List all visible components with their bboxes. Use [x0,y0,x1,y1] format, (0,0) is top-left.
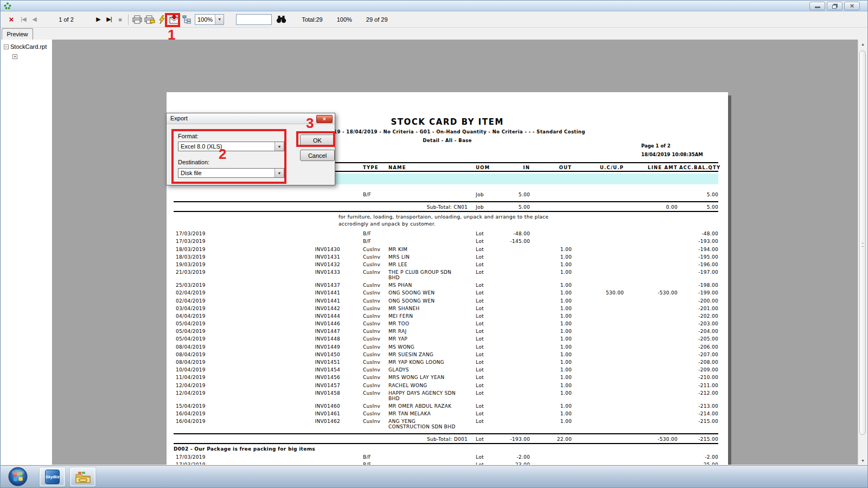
collapse-icon[interactable]: − [4,44,9,49]
cell-doc: INV01441 [309,298,340,304]
previous-page-button[interactable]: ◀ [29,13,40,26]
scrollbar-thumb[interactable] [859,50,866,435]
cell-out: 1.00 [533,383,572,388]
scroll-up-icon[interactable]: ▲ [859,40,867,48]
cell-bal: -212.00 [679,390,718,396]
table-row: 12/04/2019INV01457CusInvRACHEL WONGLot1.… [174,382,718,390]
cell-name: MR TOO [388,321,481,326]
cancel-button[interactable]: Cancel [300,150,335,161]
zoom-select[interactable]: 100% ▼ [195,14,224,25]
cell-bal: -214.00 [679,411,718,416]
table-row: 08/04/2019INV01450CusInvMR SUESIN ZANGLo… [174,351,718,359]
cell-out: 1.00 [533,329,572,334]
app-window: × × |◀ ◀ 1 of 2 ▶ ▶| ■ [0,0,868,488]
cell-name: ONG SOONG WEN [388,298,481,304]
subtotal-row: Job5.000.005.00Sub-Total: CN01 [174,201,718,212]
cell-uom: Lot [476,436,484,442]
printer-icon [132,15,142,24]
cell-date: 10/04/2019 [176,367,206,373]
cell-uom: Lot [476,390,484,396]
cell-label: Sub-Total: D001 [369,436,468,442]
cell-uom: Lot [476,375,484,380]
cell-type: CusInv [363,336,380,342]
cell-bal: -203.00 [679,321,718,326]
cell-bal: -215.00 [679,436,718,442]
col-ucup: U.C/U.P [574,165,624,170]
toolbar-separator [128,14,129,25]
cell-name: HAPPY DAYS AGENCY SDN BHD [388,390,481,401]
cell-name: THE P CLUB GROUP SDN BHD [388,269,481,280]
cell-uom: Job [476,192,484,197]
cell-doc: INV01442 [309,306,340,311]
cell-doc: INV01460 [309,403,340,409]
print-button[interactable] [131,13,143,26]
cell-out: 1.00 [533,306,572,311]
cell-name: MRS LIN [388,254,481,260]
group-tree-icon [182,15,192,24]
cell-out: 1.00 [533,352,572,357]
taskbar-skybiz-button[interactable]: SkyBiz [40,467,65,486]
first-page-button[interactable]: |◀ [18,13,29,26]
cell-out: 1.00 [533,262,572,267]
table-row: 16/04/2019INV01462CusInvANG YENG CONSTRU… [174,418,718,431]
restore-button[interactable] [827,2,843,10]
toggle-group-tree-button[interactable] [181,13,193,26]
col-name: NAME [388,165,481,170]
cell-date: 04/04/2019 [176,313,206,319]
export-dialog-title: Export [170,115,188,121]
tree-node-child[interactable]: + [12,53,52,60]
cell-type: CusInv [363,375,380,380]
stop-button[interactable]: ■ [114,13,125,26]
page-indicator: 1 of 2 [47,16,85,23]
export-dialog-close-button[interactable]: × [316,115,333,123]
cell-uom: Lot [476,411,484,416]
cell-name: MR KIM [388,247,481,252]
find-button[interactable] [275,13,288,26]
scrollbar-grip [861,243,864,247]
cell-doc: INV01433 [309,269,340,275]
cell-name: RACHEL WONG [388,383,481,388]
annotation-number-2: 2 [219,146,226,163]
print-setup-button[interactable] [143,13,156,26]
table-row: 05/04/2019INV01447CusInvMR RAJLot1.00-20… [174,328,718,336]
cell-uom: Lot [476,462,484,465]
tree-node-label: StockCard.rpt [10,43,47,50]
tree-node-stockcard[interactable]: − StockCard.rpt [4,43,52,50]
close-button[interactable]: × [844,2,860,10]
cell-type: CusInv [363,282,380,288]
chevron-down-icon[interactable]: ▼ [215,15,224,24]
report-rows: B/FJob5.005.00Job5.000.005.00Sub-Total: … [174,191,718,465]
cell-uom: Lot [476,298,484,304]
cell-date: 21/03/2019 [176,269,206,275]
cell-uom: Lot [476,269,484,275]
start-button[interactable] [8,467,28,488]
cell-uom: Lot [476,306,484,311]
taskbar-explorer-button[interactable] [70,467,95,486]
cell-doc: INV01462 [309,419,340,424]
group-description-line: accrodingly and unpack by customer. [339,221,436,227]
search-input[interactable] [236,14,272,25]
title-bar: × [1,1,867,11]
tab-preview[interactable]: Preview [2,28,33,40]
cell-date: 08/04/2019 [176,352,206,357]
close-preview-button[interactable]: × [5,13,18,26]
cell-type: CusInv [363,298,380,304]
col-type: TYPE [363,165,379,170]
minimize-button[interactable] [809,2,825,10]
cell-type: CusInv [363,247,380,252]
report-datetime: 18/04/2019 10:08:35AM [641,152,703,157]
scroll-down-icon[interactable]: ▼ [859,456,867,465]
cell-type: CusInv [363,419,380,424]
expand-icon[interactable]: + [12,54,17,59]
last-page-button[interactable]: ▶| [104,13,114,26]
cell-bal: -215.00 [679,419,718,424]
cell-doc: INV01461 [309,411,340,416]
cell-amt: -530.00 [628,436,678,442]
vertical-scrollbar[interactable]: ▲ ▼ [858,40,867,465]
cell-out: 1.00 [533,390,572,396]
table-row: 02/04/2019INV01441CusInvONG SOONG WENLot… [174,290,718,297]
folder-icon [75,471,91,484]
cell-bal: -198.00 [679,282,718,288]
cell-bal: -197.00 [679,269,718,275]
next-page-button[interactable]: ▶ [93,13,104,26]
